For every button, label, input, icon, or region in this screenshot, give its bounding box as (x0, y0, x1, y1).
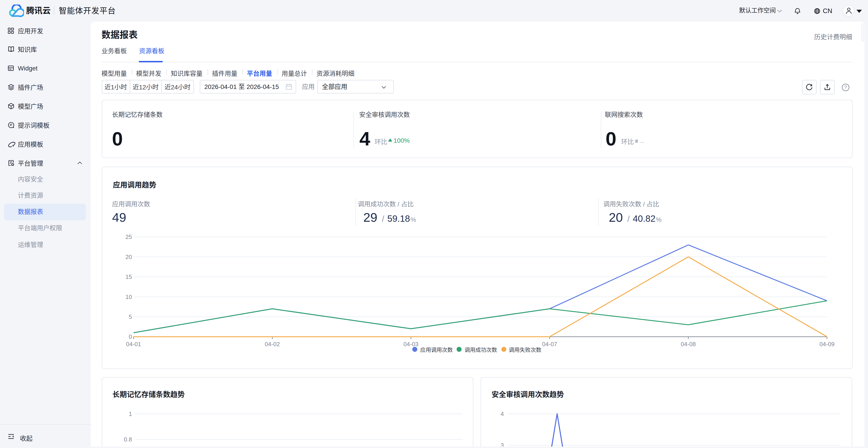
svg-text:15: 15 (125, 273, 132, 280)
svg-text:10: 10 (125, 294, 132, 300)
svg-text:4: 4 (501, 411, 504, 417)
svg-text:25: 25 (125, 234, 132, 240)
svg-text:3: 3 (501, 442, 504, 447)
svg-text:5: 5 (129, 313, 132, 320)
svg-text:1: 1 (129, 411, 132, 417)
svg-text:0: 0 (129, 333, 132, 340)
svg-text:0.8: 0.8 (124, 436, 132, 443)
svg-text:20: 20 (125, 253, 132, 261)
